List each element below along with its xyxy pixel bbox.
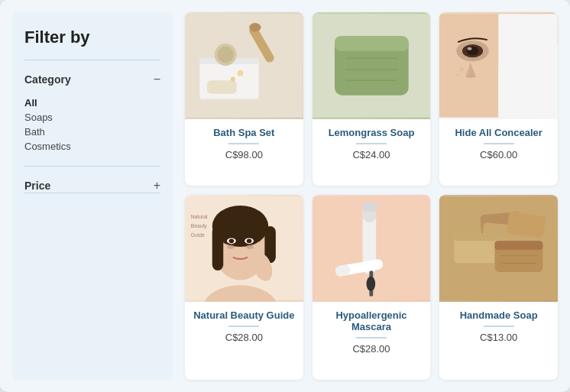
svg-point-46 <box>366 277 375 291</box>
product-grid: Bath Spa Set C$98.00 Lemo <box>185 12 558 380</box>
svg-text:Guide: Guide <box>191 232 205 238</box>
svg-point-34 <box>229 238 235 243</box>
product-image-concealer <box>439 12 558 119</box>
product-name-mascara: Hypoallergenic Mascara <box>319 309 425 332</box>
product-divider-concealer <box>484 143 514 144</box>
product-info-bath-spa: Bath Spa Set C$98.00 <box>185 119 303 170</box>
product-divider-lemongrass <box>356 143 387 144</box>
price-divider <box>24 166 160 167</box>
product-card-concealer[interactable]: Hide All Concealer C$60.00 <box>439 12 558 186</box>
svg-rect-55 <box>495 241 543 250</box>
sidebar-title: Filter by <box>24 28 160 47</box>
product-image-lemongrass <box>313 12 431 119</box>
product-name-beauty-guide: Natural Beauty Guide <box>191 309 297 321</box>
svg-rect-12 <box>335 36 409 50</box>
svg-point-23 <box>466 71 470 75</box>
category-item-all[interactable]: All <box>24 96 160 110</box>
svg-point-24 <box>457 73 460 76</box>
category-section-header: Category − <box>24 73 160 86</box>
product-price-bath-spa: C$98.00 <box>191 149 297 160</box>
category-item-cosmetics[interactable]: Cosmetics <box>24 139 160 154</box>
product-divider-handmade-soap <box>484 326 514 327</box>
sidebar: Filter by Category − All Soaps Bath Cosm… <box>12 12 173 380</box>
category-list: All Soaps Bath Cosmetics <box>24 96 160 154</box>
price-toggle-icon[interactable]: + <box>154 179 160 193</box>
product-image-beauty-guide: Natural Beauty Guide <box>185 195 303 302</box>
page-container: Filter by Category − All Soaps Bath Cosm… <box>0 0 570 392</box>
product-price-concealer: C$60.00 <box>445 149 552 160</box>
svg-point-6 <box>218 47 234 63</box>
product-name-lemongrass: Lemongrass Soap <box>319 127 425 138</box>
svg-text:Natural: Natural <box>191 214 208 219</box>
product-card-beauty-guide[interactable]: Natural Beauty Guide Natural Beauty Guid… <box>185 195 303 380</box>
product-image-handmade-soap <box>439 195 558 302</box>
svg-rect-16 <box>439 14 498 117</box>
category-item-soaps[interactable]: Soaps <box>24 110 160 125</box>
svg-point-36 <box>247 238 252 243</box>
product-divider-bath-spa <box>228 143 259 144</box>
product-card-lemongrass-soap[interactable]: Lemongrass Soap C$24.00 <box>313 12 431 186</box>
product-price-beauty-guide: C$28.00 <box>191 332 297 343</box>
svg-rect-29 <box>212 226 223 271</box>
svg-point-22 <box>459 67 464 72</box>
category-label: Category <box>24 73 71 86</box>
svg-point-32 <box>246 245 254 249</box>
svg-rect-44 <box>361 202 377 212</box>
svg-point-4 <box>249 23 261 32</box>
product-divider-mascara <box>356 337 387 339</box>
product-info-concealer: Hide All Concealer C$60.00 <box>439 119 558 170</box>
product-price-lemongrass: C$24.00 <box>319 149 425 160</box>
product-divider-beauty-guide <box>228 326 259 327</box>
category-toggle-icon[interactable]: − <box>154 73 160 86</box>
product-card-bath-spa-set[interactable]: Bath Spa Set C$98.00 <box>185 12 303 186</box>
category-item-bath[interactable]: Bath <box>24 125 160 139</box>
product-image-mascara <box>313 195 431 302</box>
product-image-bath-spa <box>185 12 303 119</box>
product-name-concealer: Hide All Concealer <box>445 127 552 138</box>
product-price-mascara: C$28.00 <box>319 343 425 355</box>
svg-rect-7 <box>207 80 237 93</box>
svg-rect-17 <box>499 14 558 117</box>
product-info-handmade-soap: Handmade Soap C$13.00 <box>439 302 558 352</box>
price-bottom-divider <box>24 193 160 193</box>
product-price-handmade-soap: C$13.00 <box>445 332 552 343</box>
svg-point-8 <box>238 70 244 76</box>
product-info-beauty-guide: Natural Beauty Guide C$28.00 <box>185 302 303 352</box>
sidebar-divider <box>24 60 160 60</box>
svg-rect-53 <box>455 234 499 241</box>
svg-text:Beauty: Beauty <box>191 223 208 229</box>
product-card-handmade-soap[interactable]: Handmade Soap C$13.00 <box>439 195 558 380</box>
svg-point-31 <box>227 245 235 249</box>
product-info-mascara: Hypoallergenic Mascara C$28.00 <box>313 302 431 364</box>
product-name-handmade-soap: Handmade Soap <box>445 309 552 321</box>
product-name-bath-spa: Bath Spa Set <box>191 127 297 138</box>
price-section-header: Price + <box>24 179 160 193</box>
product-info-lemongrass: Lemongrass Soap C$24.00 <box>313 119 431 170</box>
price-label: Price <box>24 180 50 192</box>
svg-point-21 <box>468 47 472 50</box>
product-card-mascara[interactable]: Hypoallergenic Mascara C$28.00 <box>313 195 431 380</box>
svg-point-9 <box>231 76 235 81</box>
